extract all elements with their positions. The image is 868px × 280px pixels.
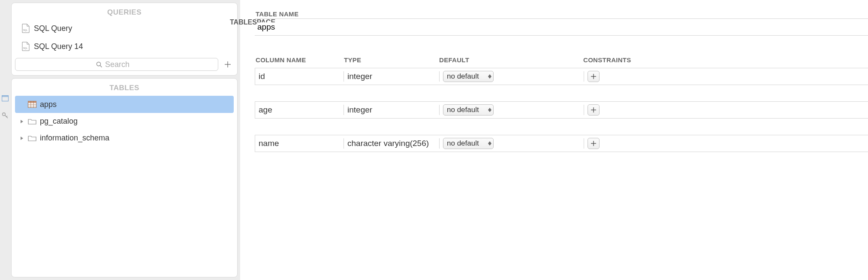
default-select-value: no default [447,106,479,114]
query-item[interactable]: SQL SQL Query [15,19,234,37]
schema-item-pg-catalog[interactable]: pg_catalog [15,113,234,130]
columns-header: COLUMN NAME TYPE DEFAULT CONSTRAINTS [256,56,868,67]
column-type-cell[interactable]: character varying(256) [344,135,439,152]
column-row: age integer no default [255,101,868,119]
svg-text:SQL: SQL [23,47,27,49]
search-input[interactable] [105,60,137,69]
svg-rect-1 [2,96,9,97]
header-type: TYPE [344,56,439,64]
schema-item-label: pg_catalog [40,117,78,126]
tables-panel: TABLES ▶ apps pg_catalog [11,78,238,277]
header-column-name: COLUMN NAME [256,56,344,64]
sql-file-icon: SQL [22,42,30,51]
add-constraint-button[interactable] [588,104,600,116]
folder-icon [28,134,36,142]
queries-list: SQL SQL Query SQL SQL Query 14 [15,19,234,55]
stepper-icon [488,108,491,112]
column-type-value: integer [347,105,372,115]
add-constraint-button[interactable] [588,138,600,149]
table-item-label: apps [40,100,57,109]
table-name-input[interactable] [257,22,868,32]
queries-search-wrap[interactable] [15,58,218,71]
column-name-cell[interactable]: age [255,102,344,118]
column-row: name character varying(256) no default [255,135,868,152]
column-row: id integer no default [255,68,868,85]
stepper-icon [488,141,491,146]
default-select[interactable]: no default [443,138,494,149]
svg-line-4 [6,116,7,117]
table-name-input-wrap [255,18,868,36]
column-name-value: age [259,105,272,115]
queries-panel-title: QUERIES [15,6,234,19]
sql-file-icon: SQL [22,24,30,33]
schema-item-label: information_schema [40,134,109,143]
add-query-button[interactable] [222,58,234,70]
default-select[interactable]: no default [443,104,494,116]
svg-rect-12 [28,101,36,103]
column-type-cell[interactable]: integer [344,102,439,118]
column-type-value: character varying(256) [347,139,429,148]
column-type-value: integer [347,72,372,81]
folder-icon [28,118,36,125]
main-content: TABLE NAME TABLESPACE COLUMN NAME TYPE D… [240,0,868,280]
column-type-cell[interactable]: integer [344,68,439,85]
column-default-cell: no default [440,102,584,118]
svg-line-8 [100,65,102,67]
stepper-icon [488,74,491,79]
default-select[interactable]: no default [443,71,494,82]
disclosure-arrow-icon[interactable] [19,136,24,140]
column-rows: id integer no default a [256,68,868,152]
left-toolbar [0,0,10,280]
query-item-label: SQL Query 14 [34,42,83,51]
column-constraints-cell [584,102,868,118]
sidebar: QUERIES SQL SQL Query SQL SQL Query 14 [10,0,240,280]
query-item-label: SQL Query [34,24,72,33]
schema-item-information-schema[interactable]: information_schema [15,130,234,146]
table-tool-icon[interactable] [1,94,9,102]
column-default-cell: no default [440,135,584,152]
tables-panel-title: TABLES [15,81,234,95]
queries-panel: QUERIES SQL SQL Query SQL SQL Query 14 [11,3,238,76]
column-constraints-cell [584,135,868,152]
column-name-value: name [259,139,279,148]
header-default: DEFAULT [439,56,583,64]
column-constraints-cell [584,68,868,85]
default-select-value: no default [447,139,479,148]
add-constraint-button[interactable] [588,71,600,82]
tables-tree: ▶ apps pg_catalog [15,96,234,146]
default-select-value: no default [447,72,479,81]
column-name-cell[interactable]: name [255,135,344,152]
queries-search-row [15,58,234,71]
column-name-cell[interactable]: id [255,68,344,85]
disclosure-arrow-icon[interactable] [19,119,24,124]
search-icon [96,61,102,68]
column-name-value: id [259,72,265,81]
table-icon [28,100,36,108]
header-constraints: CONSTRAINTS [583,56,868,64]
column-default-cell: no default [440,68,584,85]
query-item[interactable]: SQL SQL Query 14 [15,37,234,55]
svg-text:SQL: SQL [23,29,27,31]
table-item-apps[interactable]: ▶ apps [15,96,234,113]
table-name-label: TABLE NAME [256,10,868,18]
key-tool-icon[interactable] [1,112,9,119]
svg-point-7 [97,62,101,66]
